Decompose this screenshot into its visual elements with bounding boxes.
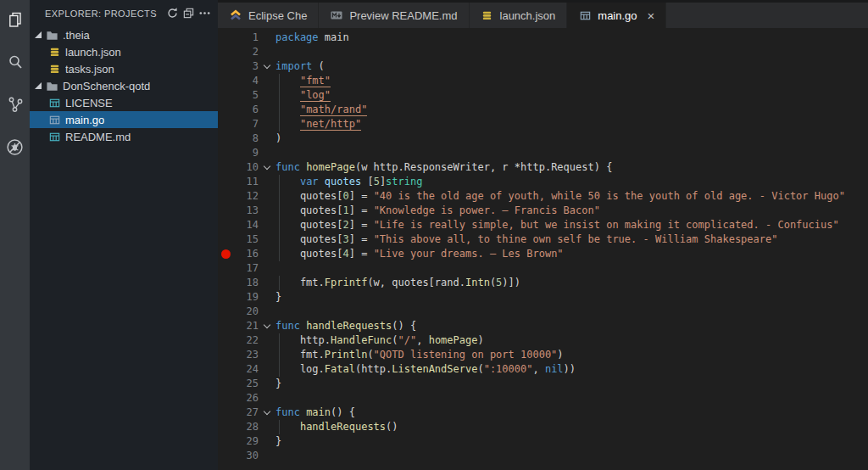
tree-item-main-go[interactable]: main.go <box>30 111 218 128</box>
code-line-1[interactable]: 1package main <box>218 31 868 45</box>
tree-item-readme-md[interactable]: README.md <box>30 128 218 145</box>
breakpoint-margin[interactable] <box>218 218 234 232</box>
fold-column[interactable] <box>259 218 275 232</box>
breakpoint-margin[interactable] <box>218 232 234 247</box>
fold-column[interactable] <box>259 59 275 74</box>
fold-column[interactable] <box>259 232 275 247</box>
fold-chevron-icon[interactable] <box>264 163 270 170</box>
code-line-25[interactable]: 25} <box>218 377 868 391</box>
code-line-24[interactable]: 24 log.Fatal(http.ListenAndServe(":10000… <box>218 362 868 377</box>
fold-column[interactable] <box>259 333 275 348</box>
fold-column[interactable] <box>259 247 275 261</box>
fold-column[interactable] <box>259 406 275 420</box>
breakpoint-margin[interactable] <box>218 348 234 362</box>
fold-column[interactable] <box>259 175 275 189</box>
breakpoint-margin[interactable] <box>218 74 234 88</box>
tree-item-tasks-json[interactable]: tasks.json <box>30 60 218 77</box>
expand-arrow-icon[interactable] <box>35 31 42 38</box>
activity-debug-disabled-button[interactable] <box>4 136 26 158</box>
fold-column[interactable] <box>259 391 275 406</box>
breakpoint-margin[interactable] <box>218 88 234 103</box>
code-line-9[interactable]: 9 <box>218 146 868 160</box>
fold-column[interactable] <box>259 420 275 434</box>
activity-search-button[interactable] <box>4 51 26 73</box>
code-line-3[interactable]: 3import ( <box>218 59 868 74</box>
code-line-11[interactable]: 11 var quotes [5]string <box>218 175 868 189</box>
activity-source-control-button[interactable] <box>4 93 26 115</box>
breakpoint-margin[interactable] <box>218 333 234 348</box>
fold-chevron-icon[interactable] <box>264 408 270 415</box>
breakpoint-margin[interactable] <box>218 449 234 463</box>
fold-chevron-icon[interactable] <box>264 322 270 328</box>
refresh-button[interactable] <box>164 6 181 21</box>
fold-column[interactable] <box>259 146 275 160</box>
breakpoint-margin[interactable] <box>218 175 234 189</box>
code-line-15[interactable]: 15 quotes[3] = "This above all, to thine… <box>218 232 868 247</box>
breakpoint-margin[interactable] <box>218 160 234 175</box>
code-line-23[interactable]: 23 fmt.Println("QOTD listening on port 1… <box>218 348 868 362</box>
code-editor[interactable]: 1package main23import (4 "fmt"5 "log"6 "… <box>218 28 868 470</box>
fold-column[interactable] <box>259 45 275 59</box>
fold-column[interactable] <box>259 103 275 117</box>
fold-column[interactable] <box>259 160 275 175</box>
fold-column[interactable] <box>259 434 275 449</box>
code-line-26[interactable]: 26 <box>218 391 868 406</box>
code-line-7[interactable]: 7 "net/http" <box>218 117 868 131</box>
tree-item-license[interactable]: LICENSE <box>30 94 218 111</box>
fold-column[interactable] <box>259 261 275 276</box>
breakpoint-margin[interactable] <box>218 319 234 333</box>
breakpoint-margin[interactable] <box>218 117 234 131</box>
breakpoint-margin[interactable] <box>218 276 234 290</box>
collapse-all-button[interactable] <box>181 6 197 21</box>
activity-files-button[interactable] <box>4 8 26 31</box>
fold-column[interactable] <box>259 449 275 463</box>
breakpoint-margin[interactable] <box>218 31 234 45</box>
code-line-17[interactable]: 17 <box>218 261 868 276</box>
tab-launch-json[interactable]: launch.json <box>470 3 568 28</box>
fold-column[interactable] <box>259 305 275 319</box>
breakpoint-icon[interactable] <box>221 249 231 259</box>
breakpoint-margin[interactable] <box>218 420 234 434</box>
breakpoint-margin[interactable] <box>218 261 234 276</box>
code-line-22[interactable]: 22 http.HandleFunc("/", homePage) <box>218 333 868 348</box>
fold-column[interactable] <box>259 362 275 377</box>
fold-column[interactable] <box>259 31 275 45</box>
tab-main-go[interactable]: main.go× <box>567 3 666 28</box>
code-line-29[interactable]: 29} <box>218 434 868 449</box>
code-line-8[interactable]: 8) <box>218 131 868 146</box>
fold-column[interactable] <box>259 117 275 131</box>
code-line-21[interactable]: 21func handleRequests() { <box>218 319 868 333</box>
code-line-19[interactable]: 19} <box>218 290 868 305</box>
code-line-13[interactable]: 13 quotes[1] = "Knowledge is power. – Fr… <box>218 204 868 218</box>
breakpoint-margin[interactable] <box>218 59 234 74</box>
fold-column[interactable] <box>259 204 275 218</box>
tree-item-theia[interactable]: .theia <box>30 26 218 43</box>
code-line-20[interactable]: 20 <box>218 305 868 319</box>
breakpoint-margin[interactable] <box>218 406 234 420</box>
expand-arrow-icon[interactable] <box>35 82 42 89</box>
code-line-30[interactable]: 30 <box>218 449 868 463</box>
fold-chevron-icon[interactable] <box>264 62 270 69</box>
code-line-2[interactable]: 2 <box>218 45 868 59</box>
breakpoint-margin[interactable] <box>218 189 234 204</box>
code-line-16[interactable]: 16 quotes[4] = "Live your dreams. – Les … <box>218 247 868 261</box>
breakpoint-margin[interactable] <box>218 45 234 59</box>
code-line-28[interactable]: 28 handleRequests() <box>218 420 868 434</box>
code-line-12[interactable]: 12 quotes[0] = "40 is the old age of you… <box>218 189 868 204</box>
breakpoint-margin[interactable] <box>218 204 234 218</box>
tree-item-donschenck-qotd[interactable]: DonSchenck-qotd <box>30 77 218 94</box>
fold-column[interactable] <box>259 377 275 391</box>
code-line-14[interactable]: 14 quotes[2] = "Life is really simple, b… <box>218 218 868 232</box>
close-tab-icon[interactable]: × <box>648 9 655 22</box>
more-button[interactable] <box>197 6 213 21</box>
code-line-27[interactable]: 27func main() { <box>218 406 868 420</box>
fold-column[interactable] <box>259 189 275 204</box>
code-line-18[interactable]: 18 fmt.Fprintf(w, quotes[rand.Intn(5)]) <box>218 276 868 290</box>
fold-column[interactable] <box>259 348 275 362</box>
breakpoint-margin[interactable] <box>218 362 234 377</box>
breakpoint-margin[interactable] <box>218 103 234 117</box>
fold-column[interactable] <box>259 276 275 290</box>
breakpoint-margin[interactable] <box>218 434 234 449</box>
fold-column[interactable] <box>259 319 275 333</box>
code-line-6[interactable]: 6 "math/rand" <box>218 103 868 117</box>
